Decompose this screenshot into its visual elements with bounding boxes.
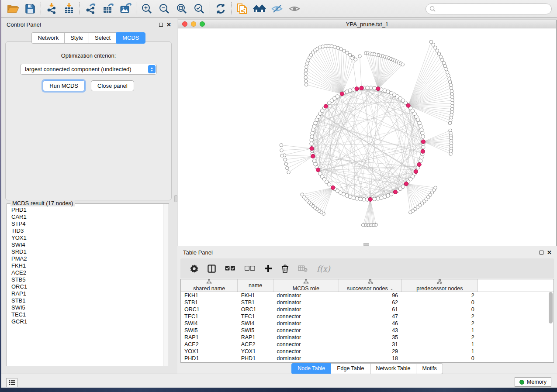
memory-button[interactable]: Memory [515, 377, 551, 387]
mcds-result-item[interactable]: CAR1 [11, 213, 163, 220]
table-row[interactable]: SWI5SWI5connector431 [181, 327, 554, 334]
column-layout-icon[interactable] [208, 265, 216, 273]
table-scrollbar-thumb[interactable] [549, 292, 553, 323]
cell-name[interactable]: ACE2 [238, 341, 273, 348]
mcds-result-item[interactable]: STB1 [11, 297, 163, 304]
cell-shared_name[interactable]: ACE2 [181, 341, 238, 348]
table-row[interactable]: PHD1PHD1dominator180 [181, 355, 554, 362]
zoom-selected-icon[interactable] [190, 1, 208, 16]
close-panel-icon[interactable]: ✕ [166, 23, 171, 27]
column-header-successor-nodes[interactable]: successor nodes⌄ [339, 279, 401, 292]
cell-mcds_role[interactable]: dominator [273, 355, 339, 362]
cell-shared_name[interactable]: FKH1 [181, 292, 238, 299]
cell-successor_nodes[interactable]: 46 [339, 320, 401, 327]
mcds-result-item[interactable]: ORC1 [11, 283, 163, 290]
import-network-icon[interactable] [43, 1, 60, 16]
tab-node-table[interactable]: Node Table [291, 363, 331, 374]
tab-network-table[interactable]: Network Table [370, 363, 416, 374]
close-panel-button[interactable]: Close panel [91, 80, 134, 91]
export-table-icon[interactable] [99, 1, 117, 16]
cell-predecessor_nodes[interactable]: 0 [401, 306, 478, 313]
duplicate-network-icon[interactable] [233, 1, 251, 16]
column-header-MCDS-role[interactable]: MCDS role [273, 279, 339, 292]
save-session-icon[interactable] [21, 1, 39, 16]
task-history-button[interactable] [6, 378, 17, 387]
float-panel-icon[interactable] [159, 23, 163, 27]
column-header-shared-name[interactable]: shared name [181, 279, 238, 292]
cell-name[interactable]: FKH1 [238, 292, 273, 299]
cell-shared_name[interactable]: SWI5 [181, 327, 238, 334]
node-table-grid[interactable]: shared namenameMCDS rolesuccessor nodes⌄… [181, 279, 554, 362]
cell-predecessor_nodes[interactable]: 2 [401, 334, 478, 341]
cell-successor_nodes[interactable]: 96 [339, 292, 401, 299]
mcds-result-scrollbar[interactable] [163, 204, 169, 366]
cell-name[interactable]: ORC1 [238, 306, 273, 313]
cell-mcds_role[interactable]: dominator [273, 320, 339, 327]
first-neighbors-icon[interactable] [251, 1, 268, 16]
close-panel-icon[interactable]: ✕ [547, 251, 552, 254]
run-mcds-button[interactable]: Run MCDS [43, 80, 85, 91]
select-all-icon[interactable] [225, 266, 235, 271]
table-row[interactable]: ORC1ORC1dominator610 [181, 306, 554, 313]
cell-successor_nodes[interactable]: 61 [339, 306, 401, 313]
export-network-icon[interactable] [82, 1, 99, 16]
cell-shared_name[interactable]: ORC1 [181, 306, 238, 313]
cell-predecessor_nodes[interactable]: 2 [401, 320, 478, 327]
cell-mcds_role[interactable]: connector [273, 327, 339, 334]
network-canvas[interactable] [178, 29, 556, 246]
mcds-result-item[interactable]: SRD1 [11, 248, 163, 255]
hide-selected-icon[interactable] [268, 1, 286, 16]
cell-mcds_role[interactable]: dominator [273, 299, 339, 306]
column-header-predecessor-nodes[interactable]: predecessor nodes [401, 279, 478, 292]
table-row[interactable]: YOX1YOX1connector291 [181, 348, 554, 355]
mcds-result-item[interactable]: TID3 [11, 227, 163, 234]
mcds-result-item[interactable]: RAP1 [11, 290, 163, 297]
table-row[interactable]: FKH1FKH1dominator962 [181, 292, 554, 299]
table-row[interactable]: STB1STB1dominator620 [181, 299, 554, 306]
tab-select[interactable]: Select [89, 32, 116, 44]
optimization-criterion-select[interactable]: largest connected component (undirected)… [20, 64, 157, 75]
search-input[interactable] [436, 4, 551, 13]
cell-mcds_role[interactable]: dominator [273, 306, 339, 313]
cell-successor_nodes[interactable]: 18 [339, 355, 401, 362]
tab-motifs[interactable]: Motifs [416, 363, 443, 374]
zoom-fit-icon[interactable] [173, 1, 190, 16]
cell-predecessor_nodes[interactable]: 2 [401, 292, 478, 299]
cell-shared_name[interactable]: PHD1 [181, 355, 238, 362]
mcds-result-item[interactable]: ACE2 [11, 269, 163, 276]
mcds-result-item[interactable]: SWI4 [11, 241, 163, 248]
cell-shared_name[interactable]: STB1 [181, 299, 238, 306]
cell-name[interactable]: YOX1 [238, 348, 273, 355]
cell-predecessor_nodes[interactable]: 0 [401, 355, 478, 362]
export-image-icon[interactable] [117, 1, 134, 16]
table-row[interactable]: TEC1TEC1connector472 [181, 313, 554, 320]
table-row[interactable]: ACE2ACE2connector311 [181, 341, 554, 348]
deselect-all-icon[interactable] [245, 266, 255, 271]
cell-mcds_role[interactable]: dominator [273, 292, 339, 299]
mcds-result-item[interactable]: STB5 [11, 276, 163, 283]
cell-shared_name[interactable]: SWI4 [181, 320, 238, 327]
cell-name[interactable]: PHD1 [238, 355, 273, 362]
search-field[interactable] [426, 3, 552, 14]
cell-successor_nodes[interactable]: 35 [339, 334, 401, 341]
network-window-titlebar[interactable]: YPA_prune.txt_1 [178, 20, 556, 28]
cell-mcds_role[interactable]: dominator [273, 334, 339, 341]
cell-successor_nodes[interactable]: 47 [339, 313, 401, 320]
vertical-split-grip[interactable] [174, 195, 177, 202]
open-file-icon[interactable] [4, 1, 21, 16]
cell-successor_nodes[interactable]: 29 [339, 348, 401, 355]
cell-predecessor_nodes[interactable]: 2 [401, 313, 478, 320]
table-scrollbar[interactable] [549, 291, 553, 361]
mcds-result-item[interactable]: FKH1 [11, 262, 163, 269]
tab-edge-table[interactable]: Edge Table [331, 363, 370, 374]
delete-table-icon[interactable] [298, 265, 308, 272]
zoom-out-icon[interactable] [156, 1, 173, 16]
zoom-in-icon[interactable] [138, 1, 156, 16]
import-table-icon[interactable] [60, 1, 78, 16]
cell-name[interactable]: RAP1 [238, 334, 273, 341]
cell-shared_name[interactable]: TEC1 [181, 313, 238, 320]
tab-mcds[interactable]: MCDS [116, 32, 145, 44]
mcds-result-item[interactable]: PHD1 [11, 206, 163, 213]
mcds-result-item[interactable]: SWI5 [11, 304, 163, 311]
mcds-result-item[interactable]: STP4 [11, 220, 163, 227]
